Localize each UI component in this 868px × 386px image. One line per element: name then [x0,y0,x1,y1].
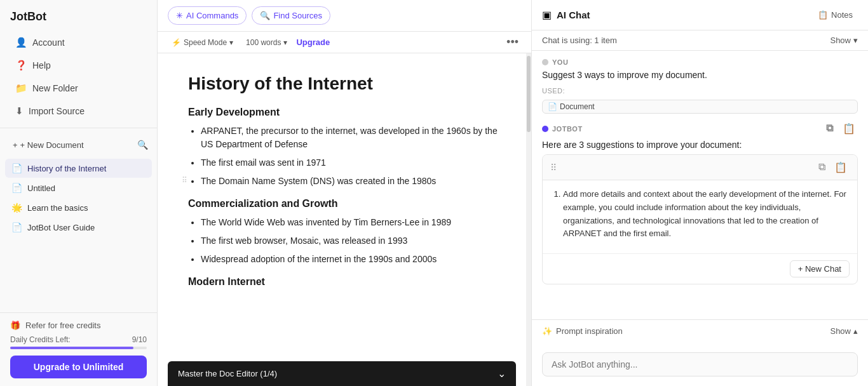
bot-avatar-dot [542,126,548,132]
editor-scrollbar[interactable] [526,53,531,386]
speed-mode-label: Speed Mode [184,38,227,47]
sidebar-item-account[interactable]: 👤 Account [5,32,152,53]
import-icon: ⬇ [15,105,24,117]
help-icon: ❓ [15,60,27,71]
prompt-inspiration-header: ✨ Prompt inspiration Show ▴ [542,326,858,336]
copy-button[interactable]: ⧉ [824,121,836,136]
prompt-inspiration-section: ✨ Prompt inspiration Show ▴ [532,319,868,347]
doc-item-learn-basics[interactable]: 🌟 Learn the basics [5,198,152,217]
master-bar-close-button[interactable]: ⌄ [498,368,506,380]
speed-mode-dropdown[interactable]: ⚡ Speed Mode ▾ [168,36,237,49]
clipboard-button[interactable]: 📋 [840,121,858,136]
credits-progress-fill [10,347,133,349]
doc-item-label: Untitled [27,183,55,193]
sidebar: JotBot 👤 Account ❓ Help 📁 New Folder ⬇ I… [0,0,158,386]
list-item: The first web browser, Mosaic, was relea… [201,234,501,248]
new-document-label: + New Document [20,140,84,150]
doc-icon: 📄 [11,163,22,173]
you-label: YOU [552,58,568,66]
sidebar-item-label-new-folder: New Folder [32,83,78,93]
chat-input[interactable] [542,352,858,376]
response-card-actions: ⧉ 📋 [816,160,850,175]
words-label: 100 words [246,38,281,47]
search-find-icon: 🔍 [260,11,270,20]
ai-chat-title: AI Chat [557,10,808,20]
bot-label: JOTBOT [552,125,583,133]
section-heading-1: Early Development [188,107,501,118]
drag-dots-icon[interactable]: ⠿ [550,163,557,173]
show-button[interactable]: Show ▾ [830,36,858,45]
chat-message-bot: JOTBOT ⧉ 📋 Here are 3 suggestions to imp… [542,121,858,284]
primary-toolbar: ✳ AI Commands 🔍 Find Sources [158,0,531,32]
chat-input-area [532,347,868,386]
daily-credits-value: 9/10 [132,335,147,344]
doc-item-label: JotBot User Guide [27,223,95,232]
doc-item-history-internet[interactable]: 📄 History of the Internet [5,159,152,178]
words-dropdown[interactable]: 100 words ▾ [242,36,291,49]
new-document-button[interactable]: + + New Document [10,138,131,152]
doc-icon: 🌟 [11,203,22,213]
show-label: Show [830,36,851,45]
section-heading-3: Modern Internet [188,276,501,288]
prompt-inspiration-label: Prompt inspiration [556,326,623,336]
list-item: The first email was sent in 1971 [201,156,501,170]
doc-item-untitled[interactable]: 📄 Untitled [5,178,152,197]
sidebar-item-help[interactable]: ❓ Help [5,55,152,76]
doc-icon: 📄 [11,222,22,232]
doc-icon: 📄 [11,183,22,193]
find-sources-button[interactable]: 🔍 Find Sources [252,6,330,25]
main-editor: ✳ AI Commands 🔍 Find Sources ⚡ Speed Mod… [158,0,531,386]
section-heading-2: Commercialization and Growth [188,198,501,210]
ai-chat-panel: ▣ AI Chat 📋 Notes Chat is using: 1 item … [531,0,868,386]
bot-label-left: JOTBOT [542,125,583,133]
scrollbar-thumb[interactable] [527,56,531,132]
upgrade-link[interactable]: Upgrade [296,37,330,47]
response-card-body: Add more details and context about the e… [543,180,857,253]
response-clipboard-button[interactable]: 📋 [832,160,850,175]
chat-using-bar: Chat is using: 1 item Show ▾ [532,30,868,51]
ai-chat-icon: ▣ [542,9,552,21]
doc-section-header: + + New Document 🔍 [0,133,157,156]
chat-label-bot: JOTBOT ⧉ 📋 [542,121,858,136]
gift-icon: 🎁 [10,321,20,330]
doc-badge: 📄 Document [542,100,858,114]
list-item: ARPANET, the precursor to the internet, … [201,124,501,151]
list-item: Widespread adoption of the internet in t… [201,253,501,266]
sidebar-item-import-source[interactable]: ⬇ Import Source [5,100,152,122]
editor-content[interactable]: History of the Internet Early Developmen… [158,53,531,386]
section-commercialization: Commercialization and Growth The World W… [188,198,501,266]
ai-commands-label: AI Commands [186,11,238,20]
chevron-up-icon: ▴ [853,326,858,336]
show-inspiration-button[interactable]: Show ▴ [830,326,858,336]
doc-item-label: Learn the basics [27,203,88,213]
more-options-button[interactable]: ••• [504,36,521,49]
daily-credits-label: Daily Credits Left: [10,335,71,344]
chat-message-you: YOU Suggest 3 ways to improve my documen… [542,58,858,114]
response-copy-button[interactable]: ⧉ [816,160,828,175]
notes-icon: 📋 [818,10,828,20]
chat-action-buttons: ⧉ 📋 [824,121,858,136]
you-message-text: Suggest 3 ways to improve my document. [542,69,858,82]
search-icon: 🔍 [137,140,148,150]
sidebar-item-new-folder[interactable]: 📁 New Folder [5,77,152,99]
drag-handle[interactable]: ⠿ [182,175,187,186]
doc-badge-icon: 📄 [548,102,557,111]
find-sources-label: Find Sources [273,11,322,20]
master-doc-editor-bar: Master the Doc Editor (1/4) ⌄ [168,361,516,386]
prompt-inspiration-left: ✨ Prompt inspiration [542,326,623,336]
search-button[interactable]: 🔍 [133,137,152,152]
plus-icon: + [13,140,18,150]
sidebar-bottom: 🎁 Refer for free credits Daily Credits L… [0,312,157,386]
sidebar-item-label-help: Help [32,60,51,70]
refer-credits-button[interactable]: 🎁 Refer for free credits [10,321,147,330]
ai-commands-button[interactable]: ✳ AI Commands [168,6,247,25]
upgrade-unlimited-button[interactable]: Upgrade to Unlimited [10,356,147,378]
document-title: History of the Internet [188,74,501,94]
chevron-down-icon: ▾ [229,38,233,47]
app-logo: JotBot [0,0,157,31]
new-chat-button[interactable]: + New Chat [790,260,850,277]
doc-item-jotbot-guide[interactable]: 📄 JotBot User Guide [5,218,152,237]
notes-button[interactable]: 📋 Notes [813,8,858,22]
chat-label-you: YOU [542,58,858,66]
sidebar-divider [0,128,157,128]
